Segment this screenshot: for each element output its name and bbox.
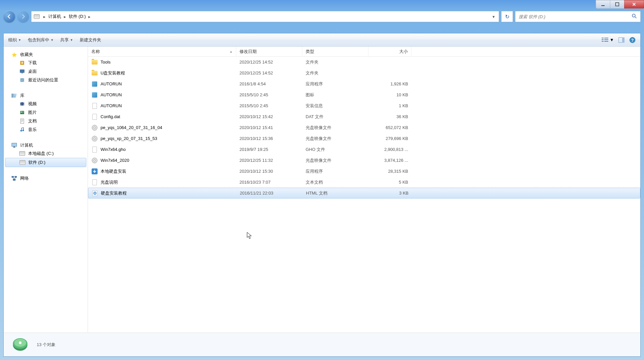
file-size: 28,315 KB xyxy=(368,169,411,174)
file-icon xyxy=(91,135,98,142)
breadcrumb-computer[interactable]: 计算机 xyxy=(47,14,63,20)
back-button[interactable] xyxy=(3,11,15,22)
address-dropdown-icon[interactable]: ▾ xyxy=(491,14,497,19)
forward-button[interactable] xyxy=(17,11,29,22)
file-icon xyxy=(91,124,98,131)
chevron-right-icon[interactable]: ▸ xyxy=(87,14,92,19)
search-box[interactable] xyxy=(515,11,641,22)
file-row[interactable]: Win7x64.gho2019/9/7 19:25GHO 文件2,900,813… xyxy=(88,144,640,155)
sidebar-network-header[interactable]: 网络 xyxy=(4,174,88,182)
file-date: 2016/1/8 4:54 xyxy=(236,81,302,86)
chevron-down-icon: ▼ xyxy=(70,38,73,42)
svg-rect-6 xyxy=(604,39,608,40)
sidebar-item-label: 视频 xyxy=(28,101,37,107)
close-button[interactable] xyxy=(624,0,644,9)
file-icon xyxy=(91,81,98,87)
file-name: 光盘说明 xyxy=(101,179,118,185)
organize-menu[interactable]: 组织▼ xyxy=(8,37,21,43)
svg-rect-35 xyxy=(12,176,14,178)
file-icon xyxy=(91,157,98,164)
address-bar[interactable]: ▸ 计算机 ▸ 软件 (D:) ▸ ▾ xyxy=(31,11,499,22)
file-row[interactable]: pe_yqs_xp_20_07_31_15_532020/10/12 15:36… xyxy=(88,133,640,144)
svg-rect-28 xyxy=(21,119,24,123)
column-header-date[interactable]: 修改日期 xyxy=(236,47,302,56)
file-row[interactable]: 硬盘安装教程2016/11/21 22:03HTML 文档3 KB xyxy=(88,188,640,199)
network-icon xyxy=(11,175,18,182)
column-header-name[interactable]: 名称▲ xyxy=(88,47,236,56)
view-mode-button[interactable]: ▼ xyxy=(602,37,614,43)
chevron-right-icon[interactable]: ▸ xyxy=(63,14,67,19)
search-input[interactable] xyxy=(519,14,632,19)
file-size: 5 KB xyxy=(368,180,411,185)
content-frame: 组织▼ 包含到库中▼ 共享▼ 新建文件夹 ▼ ? xyxy=(3,33,641,357)
sidebar-item-label: 音乐 xyxy=(28,127,37,133)
column-header-type[interactable]: 类型 xyxy=(302,47,368,56)
sidebar-favorites-header[interactable]: ⭐ 收藏夹 xyxy=(4,51,88,59)
svg-rect-37 xyxy=(13,179,16,181)
file-row[interactable]: Tools2020/12/25 14:52文件夹 xyxy=(88,57,640,68)
column-label: 大小 xyxy=(399,49,408,55)
file-row[interactable]: 本地硬盘安装2020/10/12 15:30应用程序28,315 KB xyxy=(88,166,640,177)
breadcrumb-drive[interactable]: 软件 (D:) xyxy=(67,14,87,20)
help-button[interactable]: ? xyxy=(629,37,636,43)
sidebar-item-documents[interactable]: 文档 xyxy=(4,117,88,125)
maximize-button[interactable] xyxy=(610,0,624,9)
star-icon: ⭐ xyxy=(11,51,18,58)
document-icon xyxy=(19,118,25,124)
sidebar-item-drive-d[interactable]: 软件 (D:) xyxy=(5,158,86,167)
picture-icon xyxy=(19,109,25,116)
svg-rect-23 xyxy=(21,105,21,105)
sidebar-favorites-label: 收藏夹 xyxy=(20,52,33,58)
preview-pane-button[interactable] xyxy=(619,37,624,43)
chevron-down-icon: ▼ xyxy=(18,38,21,42)
file-row[interactable]: AUTORUN2015/5/10 2:45图标10 KB xyxy=(88,89,640,100)
file-row[interactable]: Config.dat2020/10/12 15:42DAT 文件36 KB xyxy=(88,111,640,122)
share-label: 共享 xyxy=(60,37,69,43)
file-row[interactable]: Win7x64_20202020/12/25 11:32光盘映像文件3,874,… xyxy=(88,155,640,166)
svg-rect-36 xyxy=(15,176,17,178)
file-row[interactable]: U盘安装教程2020/12/25 14:52文件夹 xyxy=(88,68,640,78)
file-size: 1 KB xyxy=(368,103,411,108)
file-row[interactable]: AUTORUN2016/1/8 4:54应用程序1,926 KB xyxy=(88,78,640,89)
sidebar-item-videos[interactable]: 视频 xyxy=(4,100,88,108)
sidebar-item-drive-c[interactable]: 本地磁盘 (C:) xyxy=(4,149,88,158)
file-type: 光盘映像文件 xyxy=(302,158,368,163)
sidebar-computer-header[interactable]: 计算机 xyxy=(4,141,88,149)
chevron-right-icon[interactable]: ▸ xyxy=(42,14,47,19)
file-name: Win7x64_2020 xyxy=(101,158,129,163)
search-icon[interactable] xyxy=(632,14,637,20)
sidebar-item-music[interactable]: 音乐 xyxy=(4,125,88,134)
file-name: U盘安装教程 xyxy=(101,70,125,76)
file-size: 652,072 KB xyxy=(368,125,411,130)
sidebar-libraries-header[interactable]: 库 xyxy=(4,92,88,100)
svg-rect-25 xyxy=(23,105,24,105)
share-menu[interactable]: 共享▼ xyxy=(60,37,73,43)
file-type: 应用程序 xyxy=(302,81,368,87)
file-size: 279,696 KB xyxy=(368,136,411,141)
toolbar: 组织▼ 包含到库中▼ 共享▼ 新建文件夹 ▼ ? xyxy=(4,33,640,47)
include-menu[interactable]: 包含到库中▼ xyxy=(28,37,54,43)
sidebar-item-label: 软件 (D:) xyxy=(28,159,45,165)
minimize-button[interactable] xyxy=(596,0,610,9)
svg-rect-18 xyxy=(12,94,13,98)
chevron-down-icon: ▼ xyxy=(610,37,614,42)
file-row[interactable]: 光盘说明2016/10/23 7:07文本文档5 KB xyxy=(88,177,640,188)
sidebar-item-desktop[interactable]: 桌面 xyxy=(4,67,88,76)
sidebar-item-pictures[interactable]: 图片 xyxy=(4,108,88,117)
svg-point-2 xyxy=(632,14,635,17)
column-header-size[interactable]: 大小 xyxy=(368,47,411,56)
sidebar-item-downloads[interactable]: 下载 xyxy=(4,59,88,67)
svg-rect-33 xyxy=(14,147,15,147)
file-row[interactable]: pe_yqs_1064_20_07_31_16_042020/10/12 15:… xyxy=(88,122,640,133)
svg-rect-7 xyxy=(602,41,604,42)
file-name: AUTORUN xyxy=(101,92,122,97)
svg-rect-4 xyxy=(604,38,608,38)
refresh-button[interactable]: ↻ xyxy=(501,11,513,22)
sidebar-item-recent[interactable]: 最近访问的位置 xyxy=(4,76,88,84)
file-icon xyxy=(91,59,98,66)
file-date: 2019/9/7 19:25 xyxy=(236,147,302,152)
file-icon xyxy=(91,70,98,76)
svg-rect-34 xyxy=(13,147,16,148)
file-row[interactable]: AUTORUN2015/5/10 2:45安装信息1 KB xyxy=(88,100,640,111)
new-folder-button[interactable]: 新建文件夹 xyxy=(80,37,101,43)
